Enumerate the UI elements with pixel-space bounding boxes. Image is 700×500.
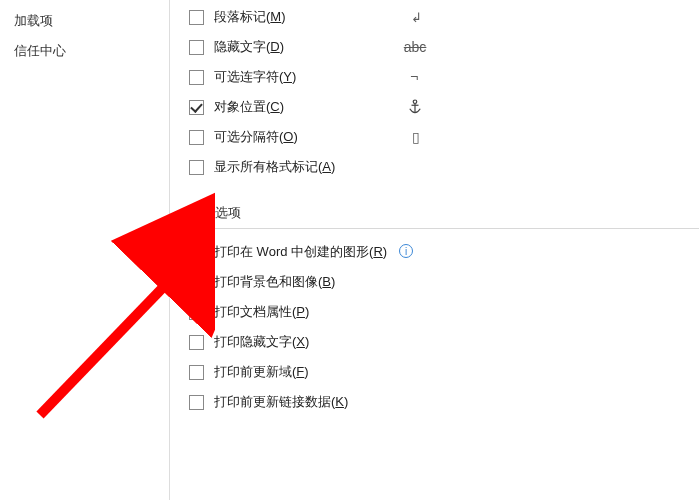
info-icon[interactable]: i [399,244,413,258]
print-option-row: 打印隐藏文字(X) [189,327,700,357]
checkbox[interactable] [189,395,204,410]
options-panel: 段落标记(M)↲隐藏文字(D)abc可选连字符(Y)¬对象位置(C)可选分隔符(… [170,0,700,500]
option-label: 可选分隔符(O) [214,128,298,146]
sidebar-item-addins[interactable]: 加载项 [10,6,169,36]
print-option-row: 打印背景色和图像(B) [189,267,700,297]
display-option-row: 隐藏文字(D)abc [189,32,700,62]
checkbox[interactable] [189,365,204,380]
option-label: 打印前更新链接数据(K) [214,393,348,411]
checkbox[interactable] [189,305,204,320]
hyphen-icon: ¬ [410,69,418,85]
checkbox[interactable] [189,70,204,85]
option-label: 可选连字符(Y) [214,68,296,86]
option-label: 打印背景色和图像(B) [214,273,335,291]
checkbox[interactable] [189,130,204,145]
option-label: 隐藏文字(D) [214,38,284,56]
paragraph-icon: ↲ [411,10,422,25]
option-label: 段落标记(M) [214,8,286,26]
sidebar-item-trustcenter[interactable]: 信任中心 [10,36,169,66]
display-option-row: 对象位置(C) [189,92,700,122]
checkbox[interactable] [189,245,204,260]
option-label: 打印隐藏文字(X) [214,333,309,351]
sidebar-item-label: 信任中心 [14,43,66,58]
print-option-row: 打印前更新域(F) [189,357,700,387]
option-label: 打印前更新域(F) [214,363,309,381]
section-title-print: 打印选项 [189,198,699,229]
print-option-row: 打印在 Word 中创建的图形(R)i [189,237,700,267]
checkbox[interactable] [189,335,204,350]
print-option-row: 打印文档属性(P) [189,297,700,327]
display-option-row: 可选分隔符(O)▯ [189,122,700,152]
separator-icon: ▯ [412,129,420,145]
option-label: 显示所有格式标记(A) [214,158,335,176]
display-option-row: 可选连字符(Y)¬ [189,62,700,92]
checkbox[interactable] [189,160,204,175]
checkbox[interactable] [189,275,204,290]
display-option-row: 显示所有格式标记(A) [189,152,700,182]
display-option-row: 段落标记(M)↲ [189,2,700,32]
checkbox[interactable] [189,40,204,55]
option-label: 打印在 Word 中创建的图形(R) [214,243,387,261]
sidebar: 加载项 信任中心 [0,0,170,500]
sidebar-item-label: 加载项 [14,13,53,28]
anchor-icon [408,99,422,115]
option-label: 打印文档属性(P) [214,303,309,321]
print-option-row: 打印前更新链接数据(K) [189,387,700,417]
svg-point-0 [413,100,417,104]
checkbox[interactable] [189,100,204,115]
checkbox[interactable] [189,10,204,25]
option-label: 对象位置(C) [214,98,284,116]
strike-abc-icon: abc [404,39,427,55]
